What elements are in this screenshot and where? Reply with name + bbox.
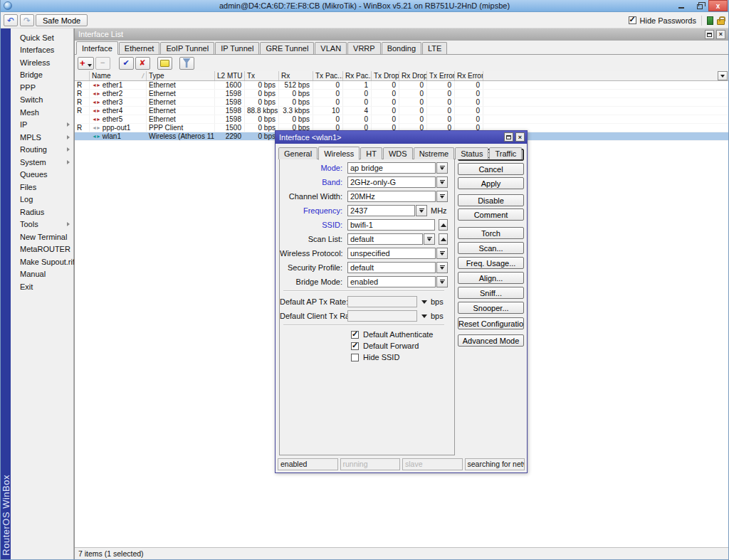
dialog-action-button[interactable]: Sniff...	[458, 287, 524, 299]
column-header[interactable]: Tx Drops	[372, 71, 399, 80]
interface-list-titlebar[interactable]: Interface List ×	[75, 28, 728, 41]
undo-button[interactable]: ↶	[4, 14, 18, 26]
tab[interactable]: IP Tunnel	[215, 42, 259, 54]
column-header[interactable]: Tx	[245, 71, 279, 80]
dialog-action-button[interactable]: Advanced Mode	[458, 334, 524, 347]
dialog-titlebar[interactable]: Interface <wlan1> ×	[276, 131, 527, 144]
dialog-action-button[interactable]: Snooper...	[458, 302, 524, 314]
tab[interactable]: Interface	[76, 41, 118, 55]
checkbox-row[interactable]: Default Forward	[351, 342, 448, 350]
table-row[interactable]: R ether2 Ethernet 1598 0 bps 0 bps 0 0 0…	[75, 90, 728, 98]
sidebar-item[interactable]: Quick Set	[11, 31, 73, 44]
dialog-action-button[interactable]: Torch	[458, 227, 524, 239]
tab[interactable]: Traffic	[489, 147, 522, 159]
tab[interactable]: General	[278, 147, 318, 159]
dialog-action-button[interactable]: Reset Configuration	[458, 317, 524, 329]
dropdown-arrow-icon[interactable]	[421, 300, 427, 304]
column-header[interactable]: L2 MTU	[215, 71, 245, 80]
remove-button[interactable]: −	[95, 57, 110, 70]
sidebar-item[interactable]: Log	[11, 194, 73, 206]
flag-column-header[interactable]	[75, 71, 90, 80]
dropdown-button[interactable]	[436, 176, 448, 188]
tab[interactable]: VLAN	[315, 42, 347, 54]
column-header[interactable]: Name	[90, 71, 147, 80]
filter-button[interactable]	[179, 57, 194, 70]
comment-button[interactable]	[157, 57, 172, 70]
dropdown-button[interactable]	[436, 162, 448, 174]
sidebar-item[interactable]: Mesh	[11, 106, 73, 119]
tab[interactable]: WDS	[383, 147, 413, 159]
dialog-action-button[interactable]: Freq. Usage...	[458, 257, 524, 269]
table-row[interactable]: R ether1 Ethernet 1600 0 bps 512 bps 0 1…	[75, 81, 728, 90]
il-maximize-button[interactable]	[705, 30, 714, 39]
dialog-action-button[interactable]: Align...	[458, 272, 524, 284]
sidebar-item[interactable]: Wireless	[11, 56, 73, 69]
checkbox-row[interactable]: Hide SSID	[351, 353, 448, 361]
dropdown-button[interactable]	[436, 276, 448, 287]
tab[interactable]: HT	[360, 147, 382, 159]
column-header[interactable]: Rx	[279, 71, 313, 80]
sidebar-item[interactable]: System	[11, 156, 73, 169]
sidebar-item[interactable]: MetaROUTER	[11, 243, 73, 256]
column-header[interactable]: Type	[147, 71, 215, 80]
dialog-action-button[interactable]: Comment	[458, 208, 524, 221]
sidebar-item[interactable]: MPLS	[11, 131, 73, 144]
table-row[interactable]: R ether4 Ethernet 1598 88.8 kbps 3.3 kbp…	[75, 107, 728, 115]
column-header[interactable]: Tx Pac...	[313, 71, 343, 80]
field-input[interactable]: default	[347, 233, 423, 245]
field-input[interactable]: enabled	[347, 276, 436, 287]
sidebar-item[interactable]: Interfaces	[11, 44, 73, 57]
dialog-action-button[interactable]: Cancel	[458, 163, 524, 175]
dropdown-button[interactable]	[436, 191, 448, 202]
close-button[interactable]: x	[708, 0, 728, 11]
sidebar-item[interactable]: Switch	[11, 94, 73, 107]
restore-button[interactable]	[693, 0, 707, 11]
field-input[interactable]: unspecified	[347, 248, 436, 259]
tab[interactable]: GRE Tunnel	[260, 42, 314, 54]
sidebar-item[interactable]: PPP	[11, 81, 73, 94]
tab[interactable]: Status	[455, 147, 488, 159]
checkbox[interactable]	[351, 342, 359, 350]
field-input[interactable]: 2437	[347, 205, 415, 216]
tab[interactable]: Ethernet	[119, 42, 160, 54]
safe-mode-button[interactable]: Safe Mode	[36, 14, 88, 26]
dropdown-button[interactable]	[436, 262, 448, 273]
sidebar-item[interactable]: New Terminal	[11, 231, 73, 243]
add-button[interactable]: +	[78, 57, 94, 70]
tab[interactable]: Wireless	[318, 147, 360, 160]
hide-passwords-checkbox[interactable]	[629, 16, 636, 24]
column-header[interactable]: Tx Errors	[427, 71, 455, 80]
up-button[interactable]	[439, 233, 448, 245]
field-input[interactable]: default	[347, 262, 436, 273]
sidebar-item[interactable]: Queues	[11, 169, 73, 181]
column-header[interactable]: Rx Errors	[455, 71, 483, 80]
field-input[interactable]: ap bridge	[347, 162, 436, 174]
tab[interactable]: EoIP Tunnel	[160, 42, 214, 54]
dialog-action-button[interactable]: Scan...	[458, 242, 524, 254]
sidebar-item[interactable]: Routing	[11, 144, 73, 157]
sidebar-item[interactable]: Exit	[11, 280, 73, 293]
main-titlebar[interactable]: admin@D4:CA:6D:7E:F8:CB (MikroTik) - Win…	[1, 0, 728, 12]
dropdown-arrow-icon[interactable]	[421, 315, 427, 318]
checkbox-row[interactable]: Default Authenticate	[351, 330, 448, 339]
sidebar-item[interactable]: Manual	[11, 268, 73, 281]
dropdown-button[interactable]	[424, 233, 435, 245]
field-input[interactable]: 20MHz	[347, 191, 436, 202]
column-header[interactable]: Rx Drops	[399, 71, 427, 80]
sidebar-item[interactable]: IP	[11, 119, 73, 132]
header-dropdown-button[interactable]	[718, 71, 728, 80]
table-row[interactable]: R ether3 Ethernet 1598 0 bps 0 bps 0 0 0…	[75, 98, 728, 107]
checkbox[interactable]	[351, 354, 359, 361]
sidebar-item[interactable]: Radius	[11, 206, 73, 218]
dropdown-button[interactable]	[436, 248, 448, 259]
dialog-maximize-button[interactable]	[504, 132, 513, 142]
tab[interactable]: VRRP	[347, 42, 381, 54]
field-input[interactable]: bwifi-1	[347, 219, 435, 231]
dropdown-button[interactable]	[416, 205, 427, 216]
tab[interactable]: LTE	[422, 42, 447, 54]
il-close-button[interactable]: ×	[716, 30, 725, 39]
sidebar-item[interactable]: Tools	[11, 218, 73, 231]
up-button[interactable]	[439, 219, 448, 231]
dialog-action-button[interactable]: Apply	[458, 177, 524, 189]
disable-button[interactable]: ✘	[135, 57, 150, 70]
